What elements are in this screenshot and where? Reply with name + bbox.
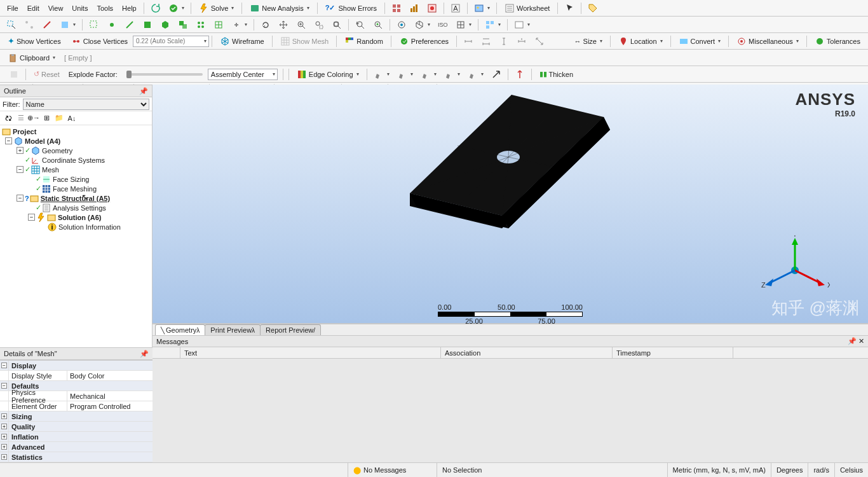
col-timestamp[interactable]: Timestamp	[613, 347, 733, 358]
node-green-icon[interactable]	[193, 18, 209, 32]
rotate-icon[interactable]	[257, 18, 274, 32]
iso-label-icon[interactable]: ISO	[435, 18, 451, 32]
menu-tools[interactable]: Tools	[92, 3, 118, 14]
details-cat-stats[interactable]: +Statistics	[0, 452, 153, 462]
worksheet-button[interactable]: Worksheet	[500, 1, 554, 15]
thicken-button[interactable]: ▮▮Thicken	[535, 67, 578, 81]
tree-expand-icon[interactable]: ☰	[15, 113, 27, 124]
dim-2-icon[interactable]	[478, 34, 494, 48]
tree-geometry[interactable]: +✓Geometry	[0, 146, 152, 155]
menu-edit[interactable]: Edit	[23, 3, 44, 14]
explode-slider[interactable]	[126, 73, 203, 76]
details-cat-display[interactable]: −Display	[0, 361, 153, 371]
edge-green-icon[interactable]	[121, 18, 138, 32]
filter-select[interactable]: Name	[23, 99, 150, 110]
misc-button[interactable]: Miscellaneous▾	[732, 34, 803, 48]
selection-mode-icon[interactable]	[3, 18, 20, 32]
tree-model[interactable]: −Model (A4)	[0, 136, 152, 146]
show-errors-button[interactable]: ?✓Show Errors	[321, 1, 381, 15]
zoom-prev-icon[interactable]	[352, 18, 369, 32]
zoom-in-icon[interactable]	[293, 18, 309, 32]
look-at-icon[interactable]	[393, 18, 410, 32]
messages-close-icon[interactable]: ✕	[858, 337, 864, 345]
tree-project[interactable]: Project	[0, 127, 152, 136]
tb-reddot-icon[interactable]	[424, 1, 440, 15]
col-text[interactable]: Text	[180, 347, 441, 358]
tb-check-icon[interactable]: ▾	[165, 1, 187, 15]
tree-mesh[interactable]: −✓Mesh	[0, 165, 152, 174]
tree-refresh-icon[interactable]: 🗘	[3, 113, 14, 124]
dim-3-icon[interactable]	[496, 34, 512, 48]
tab-report-preview[interactable]: Report Preview /	[260, 324, 321, 335]
zoom-box-icon[interactable]	[311, 18, 327, 32]
random-button[interactable]: Random	[340, 34, 388, 48]
dim-5-icon[interactable]	[531, 34, 548, 48]
status-degrees[interactable]: Degrees	[771, 463, 809, 477]
menu-file[interactable]: File	[3, 3, 23, 14]
zoom-sel-icon[interactable]	[370, 18, 386, 32]
view-cube-icon[interactable]: ▾	[452, 18, 475, 32]
menu-units[interactable]: Units	[67, 3, 92, 14]
tree-static-structural[interactable]: −?Static Structural (A5)	[0, 193, 152, 203]
details-cat-sizing[interactable]: +Sizing	[0, 411, 153, 422]
tree-coord[interactable]: ✓Coordinate Systems	[0, 155, 152, 165]
tb-refresh-icon[interactable]	[147, 1, 164, 15]
axis-triad[interactable]: Y X Z	[760, 235, 830, 305]
size-button[interactable]: ↔Size▾	[570, 34, 607, 48]
viewport-3d[interactable]: ANSYS R19.0 0.0050.00100.00 25.0075.00 Y…	[153, 85, 868, 324]
filter-face-icon[interactable]: ▾	[57, 18, 79, 32]
tree-face-meshing[interactable]: ✓Face Meshing	[0, 184, 152, 193]
tb-cursor-icon[interactable]	[561, 1, 578, 15]
status-celsius[interactable]: Celsius	[835, 463, 868, 477]
tolerances-button[interactable]: Tolerances	[810, 34, 865, 48]
details-pin-icon[interactable]: 📌	[140, 350, 149, 358]
tree-collapse-icon[interactable]: ⊕→	[28, 113, 39, 124]
filter-vertex-icon[interactable]	[21, 18, 37, 32]
box-select-icon[interactable]	[86, 18, 102, 32]
elem-green-icon[interactable]	[210, 18, 227, 32]
show-mesh-button[interactable]: Show Mesh	[276, 34, 333, 48]
tb-text-icon[interactable]: A	[447, 1, 464, 15]
tab-geometry[interactable]: ╲Geometry λ	[155, 324, 205, 335]
details-display-style[interactable]: Display StyleBody Color	[0, 371, 153, 381]
pencil-3-icon[interactable]: ▾	[417, 67, 440, 81]
preferences-button[interactable]: Preferences	[395, 34, 453, 48]
col-association[interactable]: Association	[441, 347, 613, 358]
status-rads[interactable]: rad/s	[808, 463, 834, 477]
pencil-4-icon[interactable]: ▾	[441, 67, 463, 81]
filter-edge-icon[interactable]	[39, 18, 55, 32]
zoom-fit-icon[interactable]	[329, 18, 345, 32]
convert-button[interactable]: Convert▾	[674, 34, 726, 48]
status-messages[interactable]: ⬤No Messages	[348, 463, 437, 477]
face-green-icon[interactable]	[139, 18, 156, 32]
body-green-icon[interactable]	[157, 18, 173, 32]
solve-button[interactable]: Solve▾	[194, 1, 239, 15]
menu-help[interactable]: Help	[118, 3, 141, 14]
edge-coloring-button[interactable]: Edge Coloring▾	[292, 67, 363, 81]
details-cat-inflation[interactable]: +Inflation	[0, 432, 153, 442]
tree-face-sizing[interactable]: ✓Face Sizing	[0, 174, 152, 184]
tab-print-preview[interactable]: Print Preview λ	[205, 324, 261, 335]
menu-view[interactable]: View	[44, 3, 68, 14]
new-analysis-button[interactable]: New Analysis▾	[245, 1, 313, 15]
dim-1-icon[interactable]	[460, 34, 477, 48]
tree-solution-info[interactable]: iSolution Information	[0, 222, 152, 232]
manage-views-icon[interactable]: ▾	[482, 18, 504, 32]
iso-view-icon[interactable]: ▾	[411, 18, 433, 32]
status-units[interactable]: Metric (mm, kg, N, s, mV, mA)	[668, 463, 771, 477]
details-physics[interactable]: Physics PreferenceMechanical	[0, 391, 153, 401]
tree-folder-icon[interactable]: 📁	[53, 113, 65, 124]
extend-icon[interactable]: ▾	[228, 18, 250, 32]
tree-solution[interactable]: −Solution (A6)	[0, 212, 152, 222]
details-cat-quality[interactable]: +Quality	[0, 422, 153, 432]
assembly-center-combo[interactable]: Assembly Center	[208, 69, 278, 80]
display-mode-icon[interactable]: ▾	[511, 18, 533, 32]
scale-combo[interactable]: 0.22 (Auto Scale)	[133, 36, 209, 47]
tree-sort-icon[interactable]: A↓	[66, 113, 78, 124]
arrow-icon[interactable]	[488, 67, 505, 81]
tb-tag-icon[interactable]	[585, 1, 601, 15]
pencil-2-icon[interactable]: ▾	[394, 67, 416, 81]
tb-chart-icon[interactable]	[406, 1, 423, 15]
direction-icon[interactable]	[512, 67, 528, 81]
tb-image-icon[interactable]: ▾	[471, 1, 493, 15]
